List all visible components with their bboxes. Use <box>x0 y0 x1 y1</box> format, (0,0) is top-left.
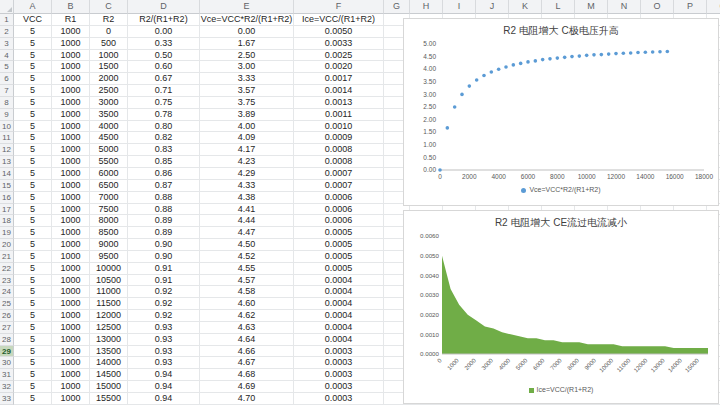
cell-F6[interactable]: 0.0017 <box>294 73 384 85</box>
cell-D30[interactable]: 0.93 <box>128 357 200 369</box>
cell-C16[interactable]: 7000 <box>90 192 128 204</box>
row-header-5[interactable]: 5 <box>0 61 14 73</box>
row-header-24[interactable]: 24 <box>0 286 14 298</box>
cell-D32[interactable]: 0.94 <box>128 381 200 393</box>
cell-E23[interactable]: 4.57 <box>200 275 294 287</box>
cell-C22[interactable]: 10000 <box>90 263 128 275</box>
row-header-30[interactable]: 30 <box>0 357 14 369</box>
cell-C5[interactable]: 1500 <box>90 61 128 73</box>
cell-B11[interactable]: 1000 <box>52 132 90 144</box>
cell-E6[interactable]: 3.33 <box>200 73 294 85</box>
row-header-14[interactable]: 14 <box>0 168 14 180</box>
cell-C10[interactable]: 4000 <box>90 121 128 133</box>
cell-B27[interactable]: 1000 <box>52 322 90 334</box>
cell-C9[interactable]: 3500 <box>90 109 128 121</box>
row-header-10[interactable]: 10 <box>0 121 14 133</box>
cell-E25[interactable]: 4.60 <box>200 298 294 310</box>
cell-E10[interactable]: 4.00 <box>200 121 294 133</box>
cell-B7[interactable]: 1000 <box>52 85 90 97</box>
cell-E33[interactable]: 4.70 <box>200 393 294 405</box>
cell-D19[interactable]: 0.89 <box>128 227 200 239</box>
cell-C32[interactable]: 15000 <box>90 381 128 393</box>
row-header-29[interactable]: 29 <box>0 346 14 358</box>
cell-B2[interactable]: 1000 <box>52 26 90 38</box>
cell-B24[interactable]: 1000 <box>52 286 90 298</box>
cell-C2[interactable]: 0 <box>90 26 128 38</box>
row-header-33[interactable]: 33 <box>0 393 14 405</box>
cell-E28[interactable]: 4.64 <box>200 334 294 346</box>
cell-B15[interactable]: 1000 <box>52 180 90 192</box>
cell-E3[interactable]: 1.67 <box>200 38 294 50</box>
row-header-13[interactable]: 13 <box>0 156 14 168</box>
cell-E27[interactable]: 4.63 <box>200 322 294 334</box>
cell-A2[interactable]: 5 <box>14 26 52 38</box>
cell-F32[interactable]: 0.0003 <box>294 381 384 393</box>
cell-D20[interactable]: 0.90 <box>128 239 200 251</box>
cell-B17[interactable]: 1000 <box>52 204 90 216</box>
row-header-16[interactable]: 16 <box>0 192 14 204</box>
cell-C11[interactable]: 4500 <box>90 132 128 144</box>
cell-A31[interactable]: 5 <box>14 369 52 381</box>
cell-F18[interactable]: 0.0006 <box>294 215 384 227</box>
cell-F5[interactable]: 0.0020 <box>294 61 384 73</box>
cell-D25[interactable]: 0.92 <box>128 298 200 310</box>
cell-A19[interactable]: 5 <box>14 227 52 239</box>
cell-C14[interactable]: 6000 <box>90 168 128 180</box>
cell-D12[interactable]: 0.83 <box>128 144 200 156</box>
cell-F26[interactable]: 0.0004 <box>294 310 384 322</box>
column-header-C[interactable]: C <box>90 0 128 14</box>
cell-B14[interactable]: 1000 <box>52 168 90 180</box>
cell-B28[interactable]: 1000 <box>52 334 90 346</box>
cell-B20[interactable]: 1000 <box>52 239 90 251</box>
cell-C4[interactable]: 1000 <box>90 50 128 62</box>
cell-E29[interactable]: 4.66 <box>200 346 294 358</box>
row-header-27[interactable]: 27 <box>0 322 14 334</box>
cell-E17[interactable]: 4.41 <box>200 204 294 216</box>
cell-F23[interactable]: 0.0004 <box>294 275 384 287</box>
row-header-17[interactable]: 17 <box>0 204 14 216</box>
cell-D11[interactable]: 0.82 <box>128 132 200 144</box>
cell-A12[interactable]: 5 <box>14 144 52 156</box>
cell-D3[interactable]: 0.33 <box>128 38 200 50</box>
cell-E7[interactable]: 3.57 <box>200 85 294 97</box>
cell-C24[interactable]: 11000 <box>90 286 128 298</box>
cell-B16[interactable]: 1000 <box>52 192 90 204</box>
cell-B23[interactable]: 1000 <box>52 275 90 287</box>
cell-F15[interactable]: 0.0007 <box>294 180 384 192</box>
column-header-B[interactable]: B <box>52 0 90 14</box>
cell-F17[interactable]: 0.0006 <box>294 204 384 216</box>
cell-E5[interactable]: 3.00 <box>200 61 294 73</box>
cell-F1[interactable]: Ice=VCC/(R1+R2) <box>294 14 384 26</box>
cell-A9[interactable]: 5 <box>14 109 52 121</box>
cell-A27[interactable]: 5 <box>14 322 52 334</box>
cell-C30[interactable]: 14000 <box>90 357 128 369</box>
row-header-6[interactable]: 6 <box>0 73 14 85</box>
row-header-11[interactable]: 11 <box>0 132 14 144</box>
select-all-corner[interactable] <box>0 0 14 14</box>
cell-C1[interactable]: R2 <box>90 14 128 26</box>
row-header-12[interactable]: 12 <box>0 144 14 156</box>
cell-C17[interactable]: 7500 <box>90 204 128 216</box>
cell-A5[interactable]: 5 <box>14 61 52 73</box>
cell-B5[interactable]: 1000 <box>52 61 90 73</box>
cell-A17[interactable]: 5 <box>14 204 52 216</box>
cell-E1[interactable]: Vce=VCC*R2/(R1+R2) <box>200 14 294 26</box>
cell-F12[interactable]: 0.0008 <box>294 144 384 156</box>
row-header-22[interactable]: 22 <box>0 263 14 275</box>
column-header-K[interactable]: K <box>509 0 542 14</box>
row-header-18[interactable]: 18 <box>0 215 14 227</box>
cell-E15[interactable]: 4.33 <box>200 180 294 192</box>
cell-F9[interactable]: 0.0011 <box>294 109 384 121</box>
cell-B10[interactable]: 1000 <box>52 121 90 133</box>
cell-A13[interactable]: 5 <box>14 156 52 168</box>
cell-B13[interactable]: 1000 <box>52 156 90 168</box>
cell-A14[interactable]: 5 <box>14 168 52 180</box>
column-header-N[interactable]: N <box>608 0 641 14</box>
row-header-31[interactable]: 31 <box>0 369 14 381</box>
cell-C21[interactable]: 9500 <box>90 251 128 263</box>
cell-B8[interactable]: 1000 <box>52 97 90 109</box>
cell-A21[interactable]: 5 <box>14 251 52 263</box>
cell-E4[interactable]: 2.50 <box>200 50 294 62</box>
cell-F29[interactable]: 0.0003 <box>294 346 384 358</box>
cell-E20[interactable]: 4.50 <box>200 239 294 251</box>
